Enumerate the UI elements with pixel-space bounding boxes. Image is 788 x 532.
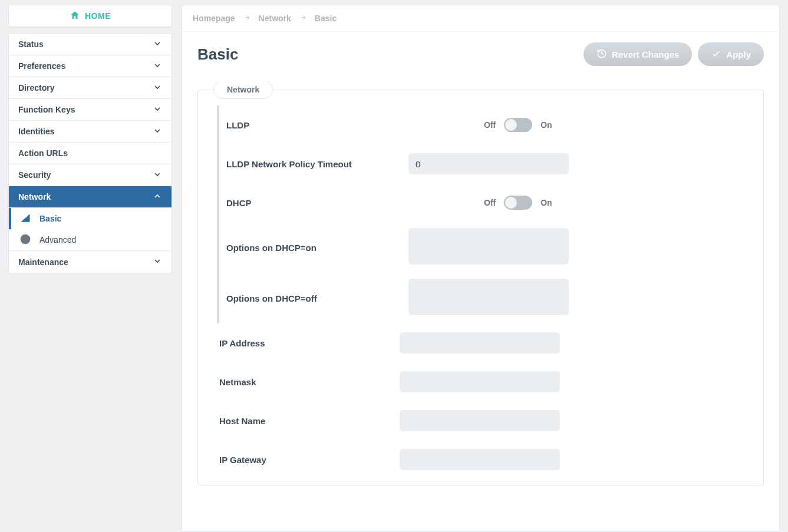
sidebar-item-maintenance[interactable]: Maintenance [9, 251, 172, 273]
chevron-down-icon [153, 256, 162, 267]
breadcrumb-basic[interactable]: Basic [315, 14, 337, 23]
page-head: Basic Revert Changes Apply [182, 32, 779, 81]
home-label: HOME [85, 11, 111, 21]
breadcrumb-homepage[interactable]: Homepage [193, 14, 235, 23]
row-ip-address: IP Address [217, 323, 744, 362]
row-dhcp: DHCP Off On [217, 183, 744, 222]
field-label: Netmask [217, 377, 400, 387]
field-label: IP Address [217, 338, 400, 348]
gateway-input[interactable] [400, 449, 560, 470]
toggle-knob [505, 119, 517, 131]
lldp-toggle[interactable] [504, 118, 532, 132]
globe-icon [19, 233, 31, 247]
sidebar-item-label: Security [18, 170, 51, 180]
field-label: LLDP Network Policy Timeout [226, 159, 408, 169]
breadcrumb: Homepage Network Basic [182, 5, 779, 32]
sidebar-sub-item-label: Basic [39, 214, 61, 223]
nav: Status Preferences Directory Function Ke… [8, 33, 172, 273]
breadcrumb-network[interactable]: Network [259, 14, 291, 23]
sidebar: HOME Status Preferences Directory Functi… [8, 5, 172, 532]
row-lldp: LLDP Off On [217, 105, 744, 144]
sidebar-item-label: Maintenance [18, 257, 68, 267]
sidebar-item-security[interactable]: Security [9, 164, 172, 186]
chevron-down-icon [153, 126, 162, 137]
field-label: IP Gateway [217, 455, 400, 465]
hostname-input[interactable] [400, 410, 560, 431]
signal-icon [19, 212, 31, 226]
toggle-knob [505, 197, 517, 209]
row-lldp-timeout: LLDP Network Policy Timeout [217, 144, 744, 183]
sidebar-item-identities[interactable]: Identities [9, 121, 172, 143]
toggle-off-label: Off [484, 198, 496, 207]
sidebar-item-label: Identities [18, 127, 54, 136]
sidebar-item-label: Function Keys [18, 105, 75, 114]
toggle-group: Off On [408, 118, 744, 132]
sidebar-item-label: Preferences [18, 61, 65, 71]
dhcp-toggle[interactable] [504, 196, 532, 210]
row-hostname: Host Name [217, 401, 744, 440]
main: Homepage Network Basic Basic Revert Chan… [182, 5, 780, 532]
toggle-group: Off On [408, 196, 744, 210]
lldp-timeout-input[interactable] [408, 153, 569, 174]
home-button[interactable]: HOME [8, 5, 172, 27]
apply-button[interactable]: Apply [698, 42, 764, 66]
ip-address-input[interactable] [400, 332, 560, 353]
chevron-down-icon [153, 61, 162, 72]
arrow-right-icon [299, 14, 306, 23]
sidebar-item-status[interactable]: Status [9, 34, 172, 55]
sidebar-sub-item-label: Advanced [39, 235, 76, 244]
toggle-on-label: On [540, 120, 552, 130]
chevron-down-icon [153, 82, 162, 94]
panel-network: Network LLDP Off On LLDP Network Policy … [197, 90, 764, 485]
button-label: Apply [726, 49, 751, 60]
check-icon [711, 48, 721, 61]
options-dhcp-on-input[interactable] [408, 228, 569, 265]
row-options-dhcp-off: Options on DHCP=off [217, 273, 744, 323]
panel-tab-network: Network [213, 81, 273, 99]
button-label: Revert Changes [612, 49, 679, 60]
revert-changes-button[interactable]: Revert Changes [583, 42, 692, 66]
chevron-down-icon [153, 39, 162, 50]
chevron-down-icon [153, 170, 162, 181]
toggle-on-label: On [540, 198, 552, 207]
sidebar-item-action-urls[interactable]: Action URLs [9, 143, 172, 164]
sidebar-item-label: Directory [18, 83, 54, 92]
sidebar-item-label: Action URLs [18, 148, 68, 158]
field-label: DHCP [226, 198, 408, 208]
button-row: Revert Changes Apply [583, 42, 764, 66]
field-label: Options on DHCP=off [226, 293, 408, 303]
content: Network LLDP Off On LLDP Network Policy … [182, 81, 779, 531]
page-title: Basic [197, 45, 238, 64]
history-icon [596, 48, 607, 61]
sidebar-item-network[interactable]: Network [9, 186, 172, 208]
sidebar-item-directory[interactable]: Directory [9, 77, 172, 99]
sidebar-item-preferences[interactable]: Preferences [9, 55, 172, 77]
netmask-input[interactable] [400, 371, 560, 392]
row-gateway: IP Gateway [217, 440, 744, 479]
sidebar-sub-item-basic[interactable]: Basic [9, 208, 172, 229]
chevron-up-icon [153, 191, 162, 203]
field-label: LLDP [226, 120, 408, 130]
arrow-right-icon [243, 14, 250, 23]
sidebar-item-label: Network [18, 192, 51, 201]
sidebar-sub-network: Basic Advanced [9, 208, 172, 251]
svg-marker-0 [21, 214, 30, 222]
row-options-dhcp-on: Options on DHCP=on [217, 222, 744, 273]
chevron-down-icon [153, 104, 162, 115]
home-icon [70, 10, 80, 22]
sidebar-sub-item-advanced[interactable]: Advanced [9, 229, 172, 250]
sidebar-item-function-keys[interactable]: Function Keys [9, 99, 172, 121]
field-label: Host Name [217, 416, 400, 426]
row-netmask: Netmask [217, 362, 744, 401]
toggle-off-label: Off [484, 120, 496, 130]
options-dhcp-off-input[interactable] [408, 279, 569, 315]
sidebar-item-label: Status [18, 39, 44, 49]
field-label: Options on DHCP=on [226, 243, 408, 253]
